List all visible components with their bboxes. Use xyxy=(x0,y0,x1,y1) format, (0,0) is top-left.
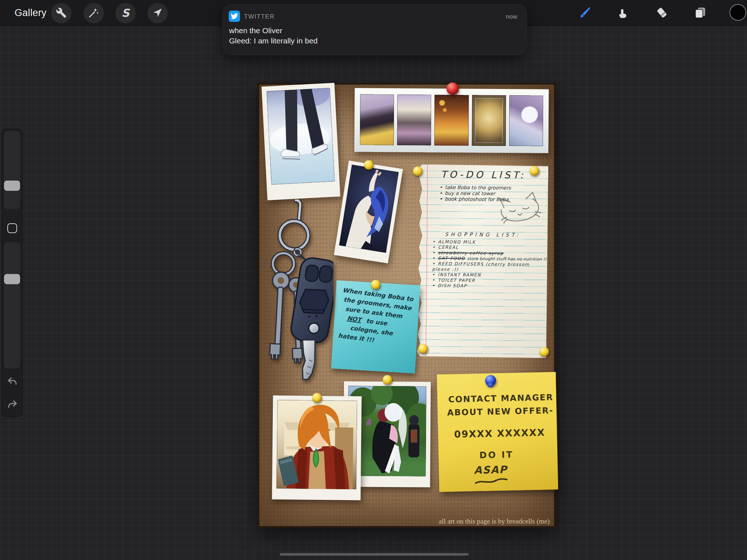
shopping-item: DISH SOAP xyxy=(432,283,547,290)
paint-brush-icon xyxy=(578,5,592,21)
car-keys-art xyxy=(262,200,333,386)
notification-body-line1: when the Oliver xyxy=(229,26,282,35)
red-pushpin xyxy=(446,82,459,95)
filmstrip-photo-4 xyxy=(472,95,506,146)
ice-skates-art xyxy=(267,88,335,185)
undo-icon xyxy=(7,383,18,389)
layers-icon xyxy=(693,5,708,21)
yellow-pushpin xyxy=(539,347,549,356)
filmstrip-photo-5 xyxy=(509,95,543,146)
yellow-pushpin xyxy=(383,375,392,385)
actions-button[interactable] xyxy=(51,3,71,23)
yellow-sticky-note: CONTACT MANAGER ABOUT NEW OFFER- 09XXX X… xyxy=(437,372,558,492)
transform-arrow-icon xyxy=(152,7,163,19)
opacity-slider[interactable] xyxy=(4,242,20,368)
brush-sidebar xyxy=(1,129,23,417)
todo-item: take Boba to the groomers xyxy=(440,184,511,191)
cat-sketch xyxy=(496,190,545,228)
orange-hair-art xyxy=(276,400,357,489)
notification-app-name: TWITTER xyxy=(244,13,275,20)
canvas-artwork[interactable]: TO-DO LIST: take Boba to the groomers bu… xyxy=(258,83,556,528)
redo-button[interactable] xyxy=(6,399,19,411)
yellow-note-text: CONTACT MANAGER ABOUT NEW OFFER- 09XXX X… xyxy=(437,372,558,492)
notification-time: now xyxy=(506,13,517,20)
yellow-pushpin xyxy=(312,393,322,402)
modify-button[interactable] xyxy=(7,223,17,233)
artist-caption: all art on this page is by breadcells (m… xyxy=(439,517,550,525)
gallery-button[interactable]: Gallery xyxy=(15,7,47,19)
notification-banner[interactable]: TWITTER now when the Oliver Gleed: I am … xyxy=(222,4,527,55)
filmstrip-photo-3 xyxy=(434,95,469,146)
yellow-pushpin xyxy=(364,160,374,170)
procreate-workspace: Gallery S xyxy=(0,0,747,560)
brush-tool-button[interactable] xyxy=(576,4,594,22)
polaroid-ice-skates xyxy=(262,83,340,200)
adjustments-button[interactable] xyxy=(84,3,104,23)
shopping-title: SHOPPING LIST: xyxy=(418,231,548,238)
home-indicator[interactable] xyxy=(280,553,469,556)
cyan-note-text: When taking Boba to the groomers, make s… xyxy=(336,286,414,349)
yellow-pushpin xyxy=(413,166,422,176)
transform-button[interactable] xyxy=(147,3,168,23)
corkboard: TO-DO LIST: take Boba to the groomers bu… xyxy=(259,85,554,526)
filmstrip-photo-1 xyxy=(360,94,394,145)
asap-underline-squiggle xyxy=(475,478,508,484)
yellow-pushpin xyxy=(530,166,539,175)
filmstrip-photo-2 xyxy=(397,94,431,146)
magic-wand-icon xyxy=(88,7,99,19)
todo-title: TO-DO LIST: xyxy=(418,169,548,181)
twitter-bird-icon xyxy=(229,11,240,22)
yellow-pushpin xyxy=(371,280,380,289)
polaroid-blue-figure xyxy=(334,161,403,263)
color-swatch[interactable] xyxy=(729,4,746,21)
undo-button[interactable] xyxy=(6,376,19,388)
redo-icon xyxy=(7,406,18,412)
selection-button[interactable]: S xyxy=(115,3,136,23)
yellow-pushpin xyxy=(418,344,428,354)
filmstrip-photos xyxy=(354,88,549,153)
eraser-tool-button[interactable] xyxy=(653,4,671,22)
notification-body-line2: Gleed: I am literally in bed xyxy=(229,36,318,45)
selection-s-icon: S xyxy=(121,8,129,19)
cyan-sticky-note: When taking Boba to the groomers, make s… xyxy=(331,280,420,374)
blue-figure-art xyxy=(339,165,399,253)
smudge-finger-icon xyxy=(616,5,630,21)
blue-pushpin xyxy=(485,375,496,386)
smudge-tool-button[interactable] xyxy=(614,4,632,22)
shopping-item: REED DIFFUSERS (cherry blossom please :)… xyxy=(432,261,547,273)
layers-button[interactable] xyxy=(692,4,709,22)
todo-list-paper: TO-DO LIST: take Boba to the groomers bu… xyxy=(417,164,549,358)
eraser-icon xyxy=(655,5,669,21)
wrench-icon xyxy=(56,7,67,19)
brush-size-handle[interactable] xyxy=(4,181,20,191)
opacity-handle[interactable] xyxy=(4,274,20,284)
polaroid-orange-hair xyxy=(272,395,362,501)
shopping-items: ALMOND MILK CEREAL strawberry coffee syr… xyxy=(432,239,547,290)
brush-size-slider[interactable] xyxy=(4,131,20,209)
